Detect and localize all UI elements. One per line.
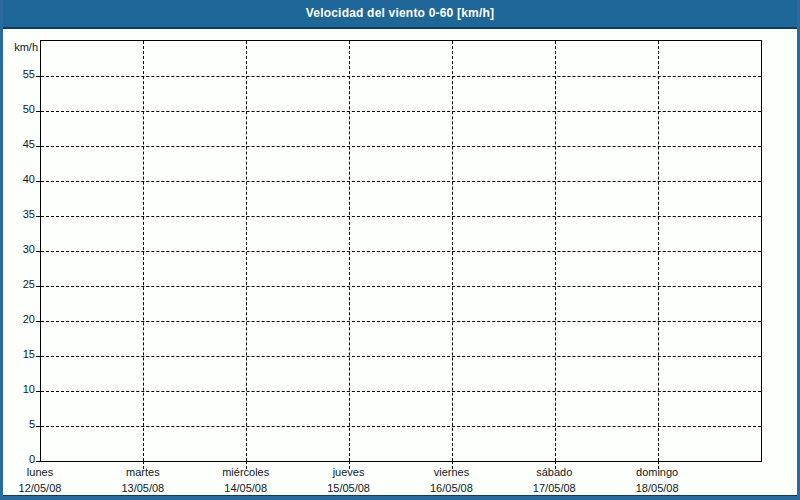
y-tick-label: 15 <box>0 348 35 361</box>
wind-speed-chart-panel: Velocidad del viento 0-60 [km/h] km/h 05… <box>0 0 800 500</box>
y-axis-unit-label: km/h <box>0 41 38 53</box>
chart-title-bar: Velocidad del viento 0-60 [km/h] <box>0 0 800 29</box>
x-date-label: 12/05/08 <box>0 482 92 495</box>
y-grid-line <box>41 356 761 357</box>
x-date-label: 16/05/08 <box>399 482 503 495</box>
x-grid-line <box>143 41 144 461</box>
x-day-label: lunes <box>0 466 92 479</box>
x-day-label: sábado <box>502 466 606 479</box>
y-grid-line <box>41 391 761 392</box>
y-grid-line <box>41 251 761 252</box>
plot-area <box>40 40 762 462</box>
x-day-label: jueves <box>297 466 401 479</box>
y-axis-tick <box>36 426 41 427</box>
y-grid-line <box>41 111 761 112</box>
y-axis-tick <box>36 111 41 112</box>
y-tick-label: 5 <box>0 418 35 431</box>
x-grid-line <box>555 41 556 461</box>
x-grid-line <box>246 41 247 461</box>
y-axis-tick <box>36 391 41 392</box>
y-axis-tick <box>36 356 41 357</box>
y-grid-line <box>41 76 761 77</box>
y-grid-line <box>41 181 761 182</box>
y-tick-label: 25 <box>0 278 35 291</box>
y-grid-line <box>41 426 761 427</box>
x-date-label: 18/05/08 <box>605 482 709 495</box>
y-tick-label: 40 <box>0 173 35 186</box>
x-grid-line <box>349 41 350 461</box>
y-axis-tick <box>36 251 41 252</box>
y-tick-label: 30 <box>0 243 35 256</box>
y-axis-tick <box>36 181 41 182</box>
y-grid-line <box>41 321 761 322</box>
x-grid-line <box>452 41 453 461</box>
y-axis-tick <box>36 76 41 77</box>
x-day-label: viernes <box>399 466 503 479</box>
y-tick-label: 35 <box>0 208 35 221</box>
y-tick-label: 45 <box>0 138 35 151</box>
x-date-label: 15/05/08 <box>297 482 401 495</box>
y-tick-label: 10 <box>0 383 35 396</box>
x-day-label: martes <box>91 466 195 479</box>
chart-title: Velocidad del viento 0-60 [km/h] <box>306 6 494 20</box>
y-grid-line <box>41 286 761 287</box>
y-axis-tick <box>36 321 41 322</box>
y-tick-label: 0 <box>0 453 35 466</box>
y-grid-line <box>41 146 761 147</box>
y-axis-tick <box>36 146 41 147</box>
y-tick-label: 50 <box>0 103 35 116</box>
x-date-label: 14/05/08 <box>194 482 298 495</box>
y-tick-label: 20 <box>0 313 35 326</box>
y-grid-line <box>41 216 761 217</box>
x-grid-line <box>658 41 659 461</box>
panel-border-bottom <box>0 496 800 500</box>
x-day-label: domingo <box>605 466 709 479</box>
x-date-label: 17/05/08 <box>502 482 606 495</box>
y-axis-tick <box>36 216 41 217</box>
y-axis-tick <box>36 286 41 287</box>
y-tick-label: 55 <box>0 68 35 81</box>
x-day-label: miércoles <box>194 466 298 479</box>
y-axis-tick <box>36 461 41 462</box>
x-date-label: 13/05/08 <box>91 482 195 495</box>
